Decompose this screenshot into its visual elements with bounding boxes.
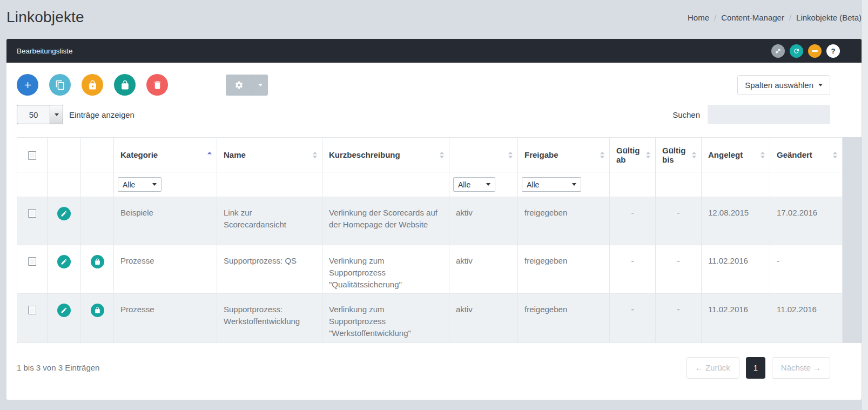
table-filter-row: AlleAlleAlle (17, 172, 843, 197)
cell-name: Link zur Scorecardansicht (217, 197, 322, 245)
caret-down-icon (486, 183, 490, 186)
column-header-gueltig_bis[interactable]: Gültig bis (656, 138, 702, 172)
cell-status: aktiv (449, 197, 518, 245)
edit-button[interactable] (57, 255, 71, 268)
help-icon[interactable]: ? (826, 44, 840, 58)
column-header-freigabe[interactable]: Freigabe (518, 138, 610, 172)
copy-button[interactable] (49, 74, 71, 96)
gear-split-button[interactable] (226, 75, 268, 96)
sort-icon (600, 151, 604, 158)
row-edit-cell (48, 294, 81, 342)
breadcrumb-separator: / (714, 13, 716, 22)
caret-down-icon (152, 183, 157, 186)
column-label: Gültig ab (616, 146, 640, 164)
breadcrumb-content-manager[interactable]: Content-Manager (721, 13, 784, 22)
row-checkbox[interactable] (28, 306, 36, 314)
cell-gueltig_ab: - (610, 197, 656, 245)
expand-icon[interactable] (771, 44, 785, 58)
data-table: KategorieNameKurzbeschreibungFreigabeGül… (17, 137, 843, 343)
table-row: BeispieleLink zur ScorecardansichtVerlin… (17, 197, 843, 245)
filter-value: Alle (123, 180, 135, 189)
cell-angelegt: 11.02.2016 (702, 245, 770, 294)
cell-gueltig_bis: - (656, 245, 702, 294)
breadcrumb-current: Linkobjekte (Beta) (796, 13, 862, 22)
column-header-select[interactable] (17, 138, 48, 172)
row-checkbox[interactable] (28, 209, 36, 218)
column-header-geaendert[interactable]: Geändert (770, 138, 843, 172)
cell-name: Supportprozess: Werkstoffentwicklung (217, 294, 322, 342)
cell-geaendert: 17.02.2016 (770, 197, 843, 245)
columns-select-button[interactable]: Spalten auswählen (737, 75, 830, 95)
sort-icon (692, 151, 696, 158)
edit-button[interactable] (57, 304, 71, 317)
sort-icon (207, 151, 212, 158)
chevron-down-icon[interactable] (252, 75, 268, 96)
column-header-status[interactable] (449, 138, 518, 172)
panel-tools: ? (771, 44, 840, 58)
filter-value: Alle (458, 180, 470, 189)
page-title: Linkobjekte (6, 9, 84, 26)
panel-title: Bearbeitungsliste (17, 47, 73, 55)
column-header-kategorie[interactable]: Kategorie (114, 138, 217, 172)
next-page-button[interactable]: Nächste → (772, 357, 830, 379)
row-lock-cell (81, 294, 114, 342)
column-label: Freigabe (524, 150, 559, 159)
row-checkbox[interactable] (28, 257, 36, 266)
breadcrumb: Home / Content-Manager / Linkobjekte (Be… (688, 13, 862, 22)
cell-freigabe: freigegeben (518, 245, 610, 294)
page-length-select[interactable]: 50 (17, 105, 63, 124)
unlock-icon[interactable] (91, 255, 104, 268)
column-header-kurzbeschreibung[interactable]: Kurzbeschreibung (322, 138, 449, 172)
search-input[interactable] (708, 105, 830, 124)
filter-cell-kurzbeschreibung (322, 172, 449, 197)
length-search-row: 50 Einträge anzeigen Suchen (6, 96, 862, 124)
column-header-lock (81, 138, 114, 172)
edit-button[interactable] (57, 207, 71, 220)
filter-cell-lock (81, 172, 114, 197)
column-header-angelegt[interactable]: Angelegt (702, 138, 770, 172)
filter-cell-geaendert (770, 172, 843, 197)
scrollbar[interactable] (862, 0, 868, 410)
breadcrumb-home[interactable]: Home (688, 13, 709, 22)
row-select-cell (17, 245, 48, 294)
add-button[interactable] (17, 74, 38, 96)
sort-icon (646, 151, 650, 158)
delete-button[interactable] (146, 74, 168, 96)
cell-status: aktiv (449, 245, 518, 294)
current-page-button[interactable]: 1 (746, 357, 765, 379)
table-side-gap (843, 137, 862, 343)
filter-cell-edit (48, 172, 81, 197)
cell-gueltig_bis: - (656, 197, 702, 245)
select-all-checkbox[interactable] (28, 151, 36, 160)
cell-freigabe: freigegeben (518, 294, 610, 342)
cell-kategorie: Prozesse (114, 245, 217, 294)
collapse-minus-icon[interactable] (808, 44, 822, 58)
gear-icon[interactable] (226, 75, 252, 96)
caret-down-icon[interactable] (50, 105, 63, 124)
lock-button[interactable] (82, 74, 103, 96)
column-label: Name (224, 150, 246, 159)
cell-geaendert: - (770, 245, 843, 294)
row-select-cell (17, 197, 48, 245)
previous-page-button[interactable]: ← Zurück (686, 357, 739, 379)
column-label: Gültig bis (662, 146, 685, 164)
filter-cell-gueltig_ab (610, 172, 656, 197)
refresh-icon[interactable] (790, 44, 803, 58)
column-header-name[interactable]: Name (217, 138, 322, 172)
sort-icon (761, 151, 765, 158)
filter-select-freigabe[interactable]: Alle (522, 177, 581, 192)
filter-select-status[interactable]: Alle (453, 177, 495, 192)
filter-select-kategorie[interactable]: Alle (118, 177, 162, 192)
cell-gueltig_ab: - (610, 245, 656, 294)
cell-angelegt: 11.02.2016 (702, 294, 770, 342)
page-length-value: 50 (17, 105, 50, 124)
cell-name: Supportprozess: QS (217, 245, 322, 294)
cell-freigabe: freigegeben (518, 197, 610, 245)
column-header-gueltig_ab[interactable]: Gültig ab (610, 138, 656, 172)
row-edit-cell (48, 245, 81, 294)
table-row: ProzesseSupportprozess: QSVerlinkung zum… (17, 245, 843, 294)
length-label: Einträge anzeigen (69, 110, 134, 119)
breadcrumb-separator: / (789, 13, 791, 22)
unlock-icon[interactable] (91, 304, 104, 317)
unlock-button[interactable] (114, 74, 136, 96)
